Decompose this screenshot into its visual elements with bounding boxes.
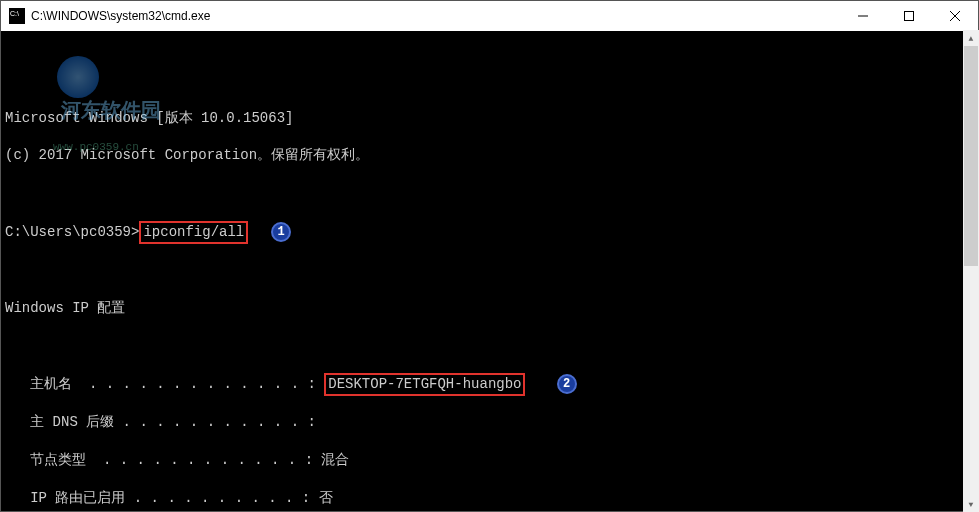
hostname-highlight: DESKTOP-7ETGFQH-huangbo — [324, 373, 525, 396]
window-controls — [840, 1, 978, 31]
copyright-line: (c) 2017 Microsoft Corporation。保留所有权利。 — [5, 146, 974, 165]
svg-rect-1 — [905, 12, 914, 21]
cmd-icon — [9, 8, 25, 24]
watermark-logo-icon — [57, 56, 99, 98]
dns-suffix-line: 主 DNS 后缀 . . . . . . . . . . . : — [5, 413, 974, 432]
scroll-up-button[interactable]: ▲ — [963, 30, 979, 46]
ipconfig-header: Windows IP 配置 — [5, 299, 974, 318]
maximize-button[interactable] — [886, 1, 932, 31]
ip-routing-line: IP 路由已启用 . . . . . . . . . . : 否 — [5, 489, 974, 508]
version-line: Microsoft Windows [版本 10.0.15063] — [5, 109, 974, 128]
scroll-thumb[interactable] — [964, 46, 978, 266]
cmd-window: C:\WINDOWS\system32\cmd.exe 河东软件园 www.pc… — [0, 0, 979, 512]
vertical-scrollbar[interactable]: ▲ ▼ — [963, 30, 979, 512]
titlebar: C:\WINDOWS\system32\cmd.exe — [1, 1, 978, 31]
blank-line — [5, 184, 974, 203]
close-icon — [950, 11, 960, 21]
blank-line — [5, 261, 974, 280]
minimize-button[interactable] — [840, 1, 886, 31]
annotation-2: 2 — [557, 374, 577, 394]
maximize-icon — [904, 11, 914, 21]
hostname-line: 主机名 . . . . . . . . . . . . . : DESKTOP-… — [5, 374, 974, 394]
node-type-line: 节点类型 . . . . . . . . . . . . : 混合 — [5, 451, 974, 470]
prompt-line: C:\Users\pc0359>ipconfig/all 1 — [5, 222, 974, 242]
terminal-output[interactable]: 河东软件园 www.pc0359.cn Microsoft Windows [版… — [1, 31, 978, 511]
minimize-icon — [858, 11, 868, 21]
prompt-prefix: C:\Users\pc0359> — [5, 224, 139, 240]
close-button[interactable] — [932, 1, 978, 31]
scroll-down-button[interactable]: ▼ — [963, 496, 979, 512]
annotation-1: 1 — [271, 222, 291, 242]
window-title: C:\WINDOWS\system32\cmd.exe — [31, 9, 840, 23]
hostname-label: 主机名 . . . . . . . . . . . . . : — [5, 376, 324, 392]
blank-line — [5, 336, 974, 355]
command-highlight: ipconfig/all — [139, 221, 248, 244]
